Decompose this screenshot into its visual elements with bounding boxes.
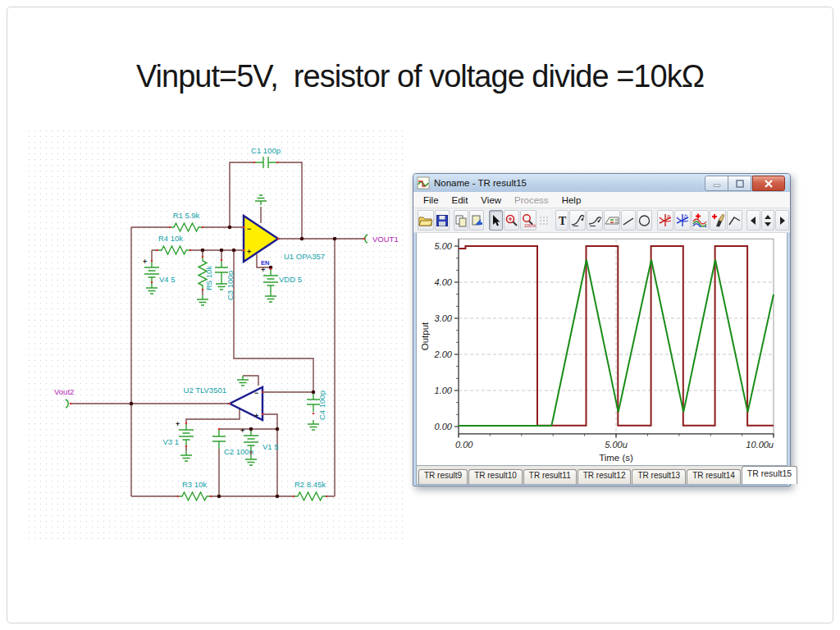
resistor-r3 <box>178 492 211 500</box>
curve-arrow-icon <box>570 214 585 227</box>
wires <box>70 162 365 496</box>
page-left-button[interactable] <box>746 210 760 231</box>
u1-minus-mark: − <box>247 225 251 233</box>
tab-tr-result14[interactable]: TR result14 <box>687 469 741 484</box>
maximize-button[interactable] <box>728 176 751 191</box>
label-u2: U2 TLV3501 <box>184 386 226 395</box>
resistor-r4 <box>158 246 190 254</box>
pin-marks <box>70 162 366 498</box>
label-v1: V1 5 <box>262 442 279 451</box>
ellipse-tool-button[interactable] <box>637 210 652 231</box>
battery-v3 <box>179 423 194 446</box>
label-r1: R1 5.9k <box>173 211 200 220</box>
close-button[interactable] <box>752 176 785 191</box>
ground-v1 <box>245 455 257 465</box>
up-down-spinner-icon <box>764 214 772 227</box>
label-u1: U1 OPA357 <box>284 252 325 261</box>
zoom-in-icon <box>504 213 518 227</box>
minimize-button[interactable] <box>705 176 728 191</box>
vdd-plus-mark: + <box>261 266 265 274</box>
page-spinner[interactable] <box>761 210 775 231</box>
menu-bar: File Edit View Process Help <box>413 192 790 208</box>
resistor-r2 <box>294 492 326 500</box>
add-curve-icon <box>692 213 708 227</box>
menu-view[interactable]: View <box>474 195 508 205</box>
cursor-b-button[interactable]: b <box>674 210 691 231</box>
svg-text:Time (s): Time (s) <box>599 453 633 463</box>
label-vdd: VDD 5 <box>279 275 302 284</box>
svg-text:2.00: 2.00 <box>434 349 453 359</box>
svg-text:Output: Output <box>420 322 430 350</box>
page-right-button[interactable] <box>775 210 789 231</box>
v3-plus-mark: + <box>176 420 180 428</box>
text-tool-button[interactable]: T <box>555 210 569 231</box>
svg-text:3.00: 3.00 <box>435 313 453 323</box>
menu-file[interactable]: File <box>417 195 445 205</box>
v4-plus-mark: + <box>143 258 147 266</box>
cursor-b-icon: b <box>675 213 690 227</box>
pointer-tool-button[interactable] <box>489 210 503 231</box>
label-r4: R4 10k <box>158 234 183 243</box>
svg-text:5.00: 5.00 <box>435 241 453 251</box>
ground-c4 <box>308 420 319 430</box>
menu-process: Process <box>508 195 555 205</box>
tab-tr-result10[interactable]: TR result10 <box>468 469 523 484</box>
toolbar: 100% T <box>413 208 790 233</box>
label-vout1: VOUT1 <box>372 235 399 244</box>
text-tool-icon: T <box>556 214 568 226</box>
zoom-100-icon: 100% <box>521 213 536 227</box>
export-page-icon <box>470 214 483 227</box>
resistor-r1 <box>170 223 203 231</box>
curve-tool-a-button[interactable] <box>569 210 586 231</box>
window-titlebar[interactable]: Noname - TR result15 <box>413 174 790 192</box>
svg-text:1.00: 1.00 <box>435 386 453 395</box>
curve-tool-b-button[interactable] <box>587 210 603 231</box>
curve-arrow-2-icon <box>587 214 602 227</box>
ground-u1-top <box>255 195 267 205</box>
add-curve-button[interactable] <box>692 210 709 231</box>
line-tool-button[interactable] <box>621 210 636 231</box>
menu-edit[interactable]: Edit <box>445 195 475 205</box>
svg-text:5.00u: 5.00u <box>605 440 628 450</box>
ground-v3 <box>180 451 192 461</box>
tab-tr-result9[interactable]: TR result9 <box>418 469 468 484</box>
tab-tr-result11[interactable]: TR result11 <box>523 469 577 484</box>
tab-tr-result12[interactable]: TR result12 <box>578 469 632 484</box>
cursor-arrow-icon <box>490 214 501 226</box>
open-button[interactable] <box>418 210 434 231</box>
svg-text:T: T <box>559 215 567 226</box>
ground-v4 <box>146 284 158 294</box>
svg-text:4.00: 4.00 <box>435 277 453 287</box>
capacitor-c2 <box>212 429 226 449</box>
legend-tool-button[interactable] <box>604 210 620 231</box>
capacitor-c1 <box>254 157 277 168</box>
label-c1: C1 100p <box>251 146 281 155</box>
cursor-a-button[interactable]: a <box>657 210 673 231</box>
zoom-in-button[interactable] <box>504 210 519 231</box>
draw-pen-button[interactable] <box>710 210 726 231</box>
result-tab-strip: TR result9 TR result10 TR result11 TR re… <box>416 466 788 485</box>
zoom-100-button[interactable]: 100% <box>520 210 536 231</box>
window-title: Noname - TR result15 <box>434 178 527 188</box>
save-button[interactable] <box>435 210 450 231</box>
legend-icon <box>605 214 619 226</box>
battery-vdd <box>263 269 278 292</box>
ground-vdd <box>265 292 276 302</box>
line-icon <box>622 215 635 226</box>
label-en: EN <box>261 259 269 267</box>
angle-tool-button[interactable] <box>727 210 742 231</box>
tab-tr-result13[interactable]: TR result13 <box>632 469 686 484</box>
svg-text:0.00: 0.00 <box>435 422 453 431</box>
svg-text:b: b <box>684 213 687 219</box>
label-c2: C2 100n <box>224 447 253 456</box>
u1-plus-mark: + <box>247 248 251 256</box>
tab-tr-result15-active[interactable]: TR result15 <box>742 466 797 484</box>
plot-client-area: 0.001.002.003.004.005.000.005.00u10.00uO… <box>416 233 788 466</box>
app-icon <box>417 176 430 189</box>
tr-result-chart[interactable]: 0.001.002.003.004.005.000.005.00u10.00uO… <box>417 233 787 463</box>
slide-title: Vinput=5V, resistor of voltage divide =1… <box>0 59 840 94</box>
export-button[interactable] <box>469 210 484 231</box>
menu-help[interactable]: Help <box>555 195 588 205</box>
copy-button[interactable] <box>454 210 468 231</box>
svg-text:0.00: 0.00 <box>455 440 473 450</box>
